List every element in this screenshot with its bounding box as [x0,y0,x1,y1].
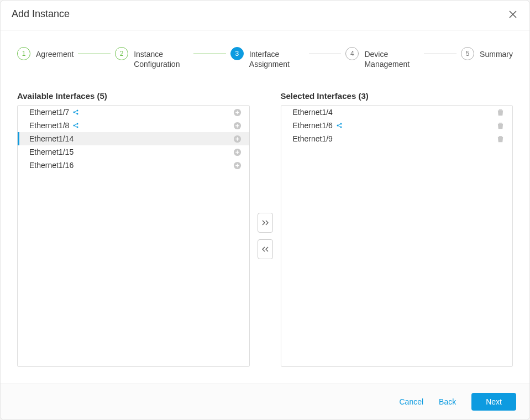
available-item[interactable]: Ethernet1/7 [18,106,249,119]
add-instance-modal: Add Instance 1Agreement2Instance Configu… [0,0,530,420]
move-right-button[interactable] [258,213,273,233]
interface-name: Ethernet1/16 [29,161,74,170]
selected-item[interactable]: Ethernet1/6 [281,119,513,132]
interface-name: Ethernet1/8 [29,121,69,130]
row-left: Ethernet1/4 [293,108,333,117]
svg-rect-11 [499,109,502,111]
step-circle: 3 [230,47,244,60]
selected-item[interactable]: Ethernet1/4 [281,106,513,119]
step-label: Device Management [364,47,419,69]
step-circle: 5 [461,47,474,60]
add-icon[interactable] [233,148,242,156]
step-label: Summary [480,47,513,59]
step-circle: 1 [17,47,30,60]
modal-footer: Cancel Back Next [1,384,529,419]
trash-icon[interactable] [496,122,505,130]
selected-heading: Selected Interfaces (3) [281,91,513,101]
selected-panel: Selected Interfaces (3) Ethernet1/4Ether… [281,91,513,367]
available-item[interactable]: Ethernet1/15 [18,145,249,159]
interface-name: Ethernet1/4 [293,108,333,117]
modal-title: Add Instance [12,8,70,20]
wizard-stepper: 1Agreement2Instance Configuration3Interf… [1,30,529,75]
close-button[interactable] [507,9,518,20]
step-label: Interface Assignment [249,47,305,69]
available-heading: Available Interfaces (5) [17,91,250,101]
row-left: Ethernet1/8 [29,121,79,130]
trash-icon[interactable] [496,135,505,143]
step-label: Agreement [36,47,74,59]
interface-name: Ethernet1/7 [29,108,69,117]
move-left-button[interactable] [258,239,273,259]
add-icon[interactable] [233,108,242,117]
step-4[interactable]: 4Device Management [345,47,419,69]
step-connector [424,54,456,54]
step-label: Instance Configuration [134,47,189,69]
share-icon [72,109,79,116]
step-5[interactable]: 5Summary [461,47,513,60]
chevrons-right-icon [261,219,269,226]
row-left: Ethernet1/15 [29,148,74,156]
available-item[interactable]: Ethernet1/16 [18,159,249,172]
next-button[interactable]: Next [471,393,516,411]
step-connector [309,54,342,54]
row-left: Ethernet1/14 [29,134,74,143]
step-connector [78,54,111,54]
step-circle: 2 [115,47,128,60]
interface-name: Ethernet1/9 [293,134,333,143]
close-icon [508,10,517,19]
add-icon[interactable] [233,122,242,130]
row-left: Ethernet1/6 [293,121,343,130]
cancel-button[interactable]: Cancel [399,397,423,406]
available-list: Ethernet1/7Ethernet1/8Ethernet1/14Ethern… [17,105,250,367]
transfer-buttons [255,104,275,367]
trash-icon[interactable] [496,108,505,117]
modal-header: Add Instance [1,1,529,30]
available-item[interactable]: Ethernet1/8 [18,119,249,132]
step-circle: 4 [345,47,359,60]
row-left: Ethernet1/9 [293,134,333,143]
add-icon[interactable] [233,135,242,143]
row-left: Ethernet1/7 [29,108,79,117]
share-icon [72,122,79,129]
available-panel: Available Interfaces (5) Ethernet1/7Ethe… [17,91,250,367]
back-button[interactable]: Back [439,397,456,406]
step-3[interactable]: 3Interface Assignment [230,47,305,69]
svg-rect-16 [499,136,502,137]
chevrons-left-icon [261,246,269,253]
modal-body: Available Interfaces (5) Ethernet1/7Ethe… [1,75,529,384]
available-item[interactable]: Ethernet1/14 [18,132,249,145]
interface-name: Ethernet1/14 [29,134,74,143]
svg-rect-15 [499,123,502,124]
selected-list: Ethernet1/4Ethernet1/6Ethernet1/9 [281,105,513,367]
interface-name: Ethernet1/6 [293,121,333,130]
step-1[interactable]: 1Agreement [17,47,74,60]
row-left: Ethernet1/16 [29,161,74,170]
step-2[interactable]: 2Instance Configuration [115,47,189,69]
step-connector [193,54,226,54]
selected-item[interactable]: Ethernet1/9 [281,132,513,145]
interface-name: Ethernet1/15 [29,148,74,156]
share-icon [336,122,343,129]
add-icon[interactable] [233,161,242,170]
